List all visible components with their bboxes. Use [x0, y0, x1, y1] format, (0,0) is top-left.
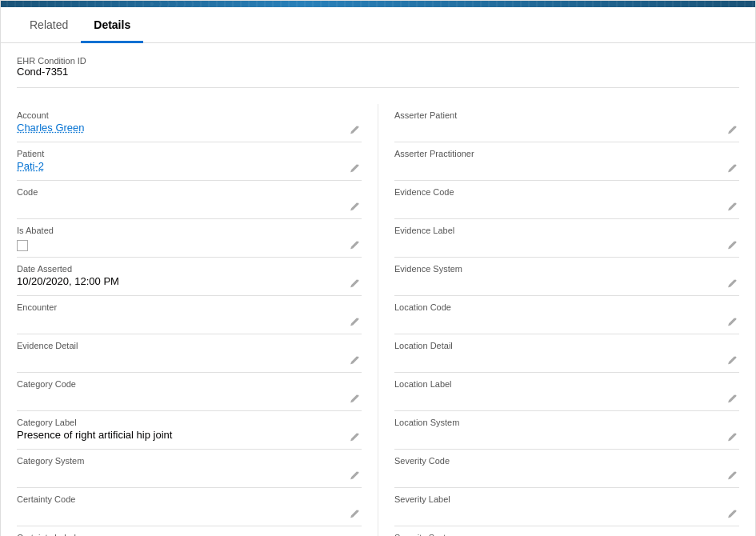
- edit-icon[interactable]: [350, 394, 360, 406]
- field-label: Evidence Label: [394, 226, 739, 235]
- field-label: Location Detail: [394, 341, 739, 350]
- field-label: Date Asserted: [17, 264, 362, 274]
- left-field-row: PatientPati-2: [17, 142, 362, 181]
- field-value: [17, 467, 362, 482]
- field-label: Category Label: [17, 418, 362, 427]
- field-value: [17, 390, 362, 405]
- left-field-row: Is Abated: [17, 219, 362, 258]
- field-value: [394, 429, 739, 443]
- field-value: [17, 506, 362, 520]
- edit-icon[interactable]: [728, 278, 738, 290]
- edit-icon[interactable]: [350, 509, 360, 521]
- field-label: Evidence Code: [394, 187, 739, 197]
- ehr-section: EHR Condition ID Cond-7351: [1, 43, 755, 87]
- field-value: [394, 275, 739, 290]
- field-label: Asserter Practitioner: [394, 149, 739, 158]
- left-field-row: Encounter: [17, 296, 362, 334]
- left-field-row: Certainty Code: [17, 488, 362, 526]
- field-label: Category System: [17, 456, 362, 466]
- edit-icon[interactable]: [728, 240, 738, 252]
- field-value: 10/20/2020, 12:00 PM: [17, 275, 362, 290]
- edit-icon[interactable]: [728, 125, 738, 137]
- right-field-row: Evidence Code: [394, 181, 739, 219]
- edit-icon[interactable]: [350, 202, 360, 214]
- field-label: Location Code: [394, 302, 739, 312]
- field-label: Severity Label: [394, 494, 739, 504]
- edit-icon[interactable]: [728, 432, 738, 444]
- field-value: [394, 237, 739, 251]
- right-field-row: Evidence Label: [394, 219, 739, 258]
- left-field-row: Category Code: [17, 373, 362, 411]
- field-label: Severity Code: [394, 456, 739, 466]
- left-field-row: Certainty Label: [17, 526, 362, 536]
- edit-icon[interactable]: [350, 355, 360, 367]
- field-label: Certainty Code: [17, 494, 362, 504]
- field-value: [17, 198, 362, 213]
- right-field-row: Location Code: [394, 296, 739, 334]
- field-value: [394, 467, 739, 482]
- field-label: Location System: [394, 418, 739, 427]
- left-field-row: Category System: [17, 450, 362, 488]
- tabs-bar: Related Details: [1, 7, 755, 43]
- left-field-row: Category LabelPresence of right artifici…: [17, 411, 362, 450]
- ehr-block: EHR Condition ID Cond-7351: [17, 56, 739, 87]
- edit-icon[interactable]: [728, 509, 738, 521]
- field-value: [394, 390, 739, 405]
- tab-details[interactable]: Details: [81, 7, 143, 43]
- edit-icon[interactable]: [350, 240, 360, 252]
- page-wrapper: Related Details EHR Condition ID Cond-73…: [0, 0, 756, 536]
- right-field-row: Severity System: [394, 526, 739, 536]
- field-value[interactable]: Pati-2: [17, 160, 362, 175]
- field-label: Certainty Label: [17, 533, 362, 536]
- edit-icon[interactable]: [728, 202, 738, 214]
- field-value: Presence of right artificial hip joint: [17, 429, 362, 444]
- field-label: Encounter: [17, 302, 362, 312]
- field-value[interactable]: Charles Green: [17, 122, 362, 137]
- field-label: Category Code: [17, 379, 362, 389]
- field-value: [394, 122, 739, 136]
- top-bar: [1, 1, 755, 7]
- field-label: Asserter Patient: [394, 110, 739, 120]
- right-field-row: Location Detail: [394, 334, 739, 373]
- edit-icon[interactable]: [728, 163, 738, 175]
- right-field-row: Asserter Practitioner: [394, 142, 739, 181]
- field-label: Account: [17, 110, 362, 120]
- field-label: Severity System: [394, 533, 739, 536]
- left-field-row: Code: [17, 181, 362, 219]
- edit-icon[interactable]: [728, 470, 738, 482]
- ehr-label: EHR Condition ID: [17, 56, 739, 66]
- edit-icon[interactable]: [350, 125, 360, 137]
- left-column: AccountCharles GreenPatientPati-2CodeIs …: [17, 104, 378, 536]
- field-value: [394, 352, 739, 366]
- edit-icon[interactable]: [350, 432, 360, 444]
- field-value: [394, 314, 739, 328]
- edit-icon[interactable]: [350, 163, 360, 175]
- field-label: Location Label: [394, 379, 739, 389]
- right-field-row: Location Label: [394, 373, 739, 411]
- ehr-value: Cond-7351: [17, 66, 739, 78]
- field-value: [394, 198, 739, 213]
- field-value: [394, 160, 739, 174]
- field-value: [17, 314, 362, 328]
- edit-icon[interactable]: [728, 317, 738, 329]
- field-label: Patient: [17, 149, 362, 158]
- right-field-row: Location System: [394, 411, 739, 450]
- right-field-row: Severity Code: [394, 450, 739, 488]
- field-label: Code: [17, 187, 362, 197]
- field-label: Evidence Detail: [17, 341, 362, 350]
- edit-icon[interactable]: [350, 278, 360, 290]
- edit-icon[interactable]: [350, 317, 360, 329]
- edit-icon[interactable]: [350, 470, 360, 482]
- right-field-row: Severity Label: [394, 488, 739, 526]
- tab-related[interactable]: Related: [17, 7, 81, 43]
- field-label: Evidence System: [394, 264, 739, 274]
- edit-icon[interactable]: [728, 394, 738, 406]
- left-field-row: Date Asserted10/20/2020, 12:00 PM: [17, 258, 362, 296]
- edit-icon[interactable]: [728, 355, 738, 367]
- fields-content: AccountCharles GreenPatientPati-2CodeIs …: [1, 88, 755, 536]
- left-field-row: Evidence Detail: [17, 334, 362, 373]
- field-value: [17, 352, 362, 366]
- right-field-row: Asserter Patient: [394, 104, 739, 142]
- is-abated-checkbox[interactable]: [17, 240, 28, 251]
- right-field-row: Evidence System: [394, 258, 739, 296]
